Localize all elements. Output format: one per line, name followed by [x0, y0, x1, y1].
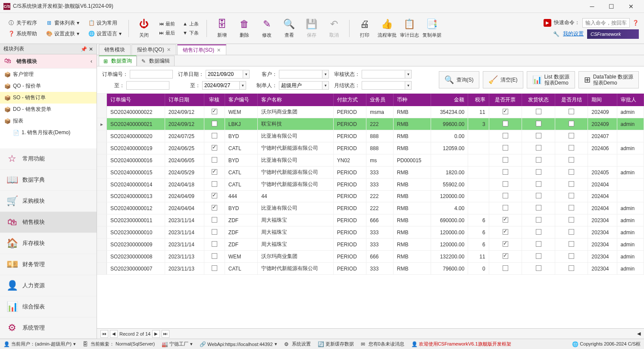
column-header[interactable]: 业务员 — [366, 94, 393, 106]
column-header[interactable]: 币种 — [393, 94, 431, 106]
sidebar-item[interactable]: 📦QO - 报价单 — [0, 80, 97, 92]
checkbox[interactable] — [503, 181, 508, 187]
checkbox[interactable] — [503, 109, 508, 114]
table-row[interactable]: SO202400000013 2024/04/09 444 44 PERIOD … — [97, 191, 644, 202]
close-button[interactable]: ⏻关闭 — [133, 16, 155, 41]
nav-last-button[interactable]: ⏭ — [162, 330, 169, 338]
dropdown-icon[interactable]: ▾ — [405, 81, 412, 90]
auditstatus-input[interactable] — [362, 70, 405, 79]
column-header[interactable]: 税率 — [468, 94, 489, 106]
last-button[interactable]: ⏭最后 — [157, 29, 177, 37]
clear-button[interactable]: 🧹清空(E) — [483, 71, 523, 88]
module-item[interactable]: ☆常用功能 — [0, 148, 97, 170]
checkbox[interactable] — [536, 169, 541, 175]
checkbox[interactable] — [212, 253, 217, 259]
column-header[interactable]: 金额 — [431, 94, 468, 106]
orderno-input[interactable] — [130, 70, 173, 79]
query-button[interactable]: 🔍查询(S) — [439, 71, 479, 88]
dropdown-icon[interactable]: ▾ — [322, 81, 329, 90]
subtab[interactable]: ⊞数据查询 — [99, 56, 137, 66]
status-user[interactable]: 👤当前用户：(admin-超级用户)▾ — [3, 341, 76, 347]
creator-input[interactable] — [279, 81, 322, 90]
orderno-to-input[interactable] — [126, 81, 169, 90]
date-to-input[interactable] — [202, 81, 239, 90]
checkbox[interactable] — [212, 133, 217, 138]
table-row[interactable]: SO202300000007 2023/11/13 CATL 宁德时代新能源有限… — [97, 263, 644, 275]
column-header[interactable]: 客户编号 — [225, 94, 258, 106]
scroll-left-button[interactable]: ◀ — [637, 331, 641, 336]
my-settings-link[interactable]: 我的设置 — [563, 30, 584, 38]
checkbox[interactable] — [212, 181, 217, 187]
date-from-input[interactable] — [206, 70, 243, 79]
checkbox[interactable] — [536, 217, 541, 223]
list-demo-button[interactable]: 📊List 数据源报表Demo — [527, 71, 575, 88]
sidebar-item[interactable]: 📦报表 — [0, 115, 97, 127]
datatable-demo-button[interactable]: ⊞DataTable 数据源报表Demo — [578, 71, 639, 88]
dropdown-icon[interactable]: ▾ — [322, 70, 329, 79]
table-row[interactable]: SO202400000020 2024/07/25 BYD 比亚迪有限公司 PE… — [97, 130, 644, 142]
checkbox[interactable] — [569, 265, 574, 271]
view-button[interactable]: 🔍查看 — [278, 16, 300, 41]
checkbox[interactable] — [212, 241, 217, 247]
checkbox[interactable] — [569, 109, 574, 114]
checkbox[interactable] — [503, 217, 508, 223]
checkbox[interactable] — [212, 265, 217, 271]
checkbox[interactable] — [536, 229, 541, 235]
column-header[interactable]: 审核 — [204, 94, 225, 106]
checkbox[interactable] — [212, 193, 217, 198]
column-header[interactable]: 付款方式 — [333, 94, 366, 106]
checkbox[interactable] — [569, 241, 574, 247]
set-common-menu[interactable]: 📋设为常用 — [85, 19, 120, 28]
column-header[interactable]: 发货状态 — [522, 94, 555, 106]
checkbox[interactable] — [569, 217, 574, 223]
nav-first-button[interactable]: ⏮ — [100, 330, 108, 338]
prev-button[interactable]: ▲上条 — [181, 20, 200, 28]
status-refresh[interactable]: 🔄更新缓存数据 — [318, 341, 354, 347]
table-row[interactable]: SO202400000016 2024/06/05 BYD 比亚迪有限公司 YN… — [97, 154, 644, 167]
column-header[interactable]: 是否月结 — [555, 94, 588, 106]
dropdown-icon[interactable]: ▾ — [405, 70, 412, 79]
checkbox[interactable] — [536, 193, 541, 198]
checkbox[interactable] — [536, 133, 541, 138]
checkbox[interactable] — [212, 157, 217, 163]
checkbox[interactable] — [212, 121, 217, 126]
checkbox[interactable] — [503, 241, 508, 247]
module-item[interactable]: 📖数据字典 — [0, 170, 97, 191]
checkbox[interactable] — [536, 241, 541, 247]
checkbox[interactable] — [536, 121, 541, 126]
status-settings[interactable]: ⚙系统设置 — [284, 341, 311, 347]
checkbox[interactable] — [503, 157, 508, 163]
table-row[interactable]: SO202400000019 2024/06/25 CATL 宁德时代新能源有限… — [97, 142, 644, 154]
module-item[interactable]: 👤人力资源 — [0, 275, 97, 296]
table-row[interactable]: SO202400000012 2024/04/04 BYD 比亚迪有限公司 PE… — [97, 202, 644, 214]
column-header[interactable]: 期间 — [588, 94, 617, 106]
module-item[interactable]: 💴财务管理 — [0, 254, 97, 275]
checkbox[interactable] — [569, 169, 574, 175]
forms-menu[interactable]: ⊞窗体列表▾ — [43, 19, 82, 28]
checkbox[interactable] — [569, 205, 574, 211]
table-row[interactable]: SO202400000022 2024/09/12 WEM 沃尔玛商业集团 PE… — [97, 106, 644, 118]
checkbox[interactable] — [536, 253, 541, 259]
checkbox[interactable] — [569, 145, 574, 151]
sidebar-group-sales[interactable]: 🛍 销售模块 ‹ — [0, 54, 97, 69]
module-item[interactable]: ⚙系统管理 — [0, 318, 97, 339]
column-header[interactable]: 是否开票 — [489, 94, 522, 106]
close-icon[interactable]: ✕ — [89, 46, 93, 52]
checkbox[interactable] — [212, 229, 217, 235]
checkbox[interactable] — [536, 181, 541, 187]
sidebar-item[interactable]: 📦SO - 销售订单 — [0, 92, 97, 104]
checkbox[interactable] — [569, 193, 574, 198]
checkbox[interactable] — [569, 157, 574, 163]
sidebar-item[interactable]: 📦客户管理 — [0, 69, 97, 80]
approve-button[interactable]: 👍流程审批 — [376, 16, 398, 41]
close-window-button[interactable]: ✕ — [621, 0, 641, 13]
column-header[interactable]: 订单日期 — [165, 94, 204, 106]
help-menu[interactable]: ❓系统帮助 — [5, 29, 40, 38]
checkbox[interactable] — [503, 133, 508, 138]
auditlog-button[interactable]: 📋审计日志 — [399, 16, 420, 41]
table-row[interactable]: SO202400000014 2024/04/18 CATL 宁德时代新能源有限… — [97, 179, 644, 191]
lang-menu[interactable]: 🌐设置语言▾ — [85, 29, 124, 38]
table-row[interactable]: SO202300000008 2023/11/13 WEM 沃尔玛商业集团 PE… — [97, 251, 644, 263]
tab[interactable]: 销售订单(SO)✕ — [177, 44, 226, 55]
checkbox[interactable] — [503, 253, 508, 259]
